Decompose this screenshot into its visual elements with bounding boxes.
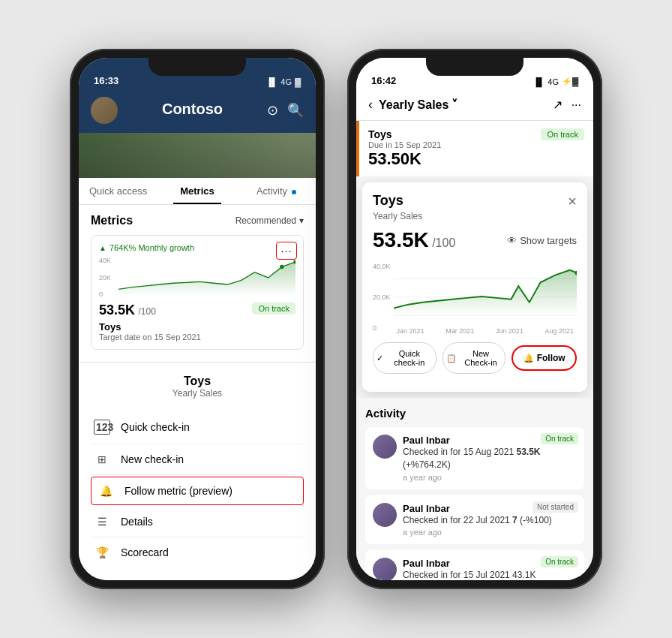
scorecard-info: Toys Due in 15 Sep 2021 bbox=[368, 128, 441, 149]
tab-quick-access[interactable]: Quick access bbox=[79, 178, 158, 204]
chart-svg-container: Jan 2021 Mar 2021 Jun 2021 Aug 2021 bbox=[394, 260, 577, 335]
status-icons-left: ▐▌ 4G ▓ bbox=[266, 77, 301, 86]
phone-left-screen: 16:33 ▐▌ 4G ▓ Contoso ⊙ 🔍 bbox=[79, 58, 316, 580]
scorecard-due: Due in 15 Sep 2021 bbox=[368, 140, 441, 149]
signal-bars-right: ▐▌ bbox=[533, 77, 545, 86]
metric-value: 53.5K bbox=[99, 302, 135, 317]
quick-checkin-action-icon: ✓ bbox=[376, 354, 383, 363]
follow-metric-icon: 🔔 bbox=[98, 485, 114, 497]
user-avatar-3 bbox=[373, 558, 397, 580]
dropdown-icon: ˅ bbox=[452, 98, 458, 112]
back-button[interactable]: ‹ bbox=[368, 97, 373, 113]
dialog-subtitle: Yearly Sales bbox=[373, 211, 422, 221]
eye-icon: 👁 bbox=[507, 235, 517, 246]
metric-card-toys: ▲ 764K% Monthly growth ··· 40K 20K 0 bbox=[91, 235, 304, 350]
scorecard-status: On track bbox=[541, 128, 584, 140]
notch-left bbox=[148, 58, 246, 76]
close-button[interactable]: × bbox=[568, 193, 577, 210]
metric-date: Target date on 15 Sep 2021 bbox=[99, 333, 296, 342]
activity-time-1: a year ago bbox=[403, 473, 577, 482]
sheet-subtitle: Yearly Sales bbox=[91, 388, 304, 399]
user-avatar-2 bbox=[373, 503, 397, 527]
dialog-metric-value: 53.5K bbox=[373, 228, 429, 251]
avatar-image bbox=[91, 97, 118, 124]
new-checkin-button[interactable]: 📋 New Check-in bbox=[442, 342, 506, 374]
chart-y-labels: 40K 20K 0 bbox=[99, 257, 111, 298]
expand-icon[interactable]: ↗ bbox=[553, 98, 562, 112]
follow-button[interactable]: 🔔 Follow bbox=[512, 345, 577, 371]
metric-name: Toys bbox=[99, 321, 296, 333]
follow-icon: 🔔 bbox=[524, 354, 534, 363]
time-right: 16:42 bbox=[371, 75, 396, 86]
time-left: 16:33 bbox=[94, 75, 118, 86]
phone-right: 16:42 ▐▌ 4G ⚡▓ ‹ Yearly Sales ˅ ↗ ··· bbox=[347, 49, 602, 589]
activity-item-2: Paul Inbar Checked in for 22 Jul 2021 7 … bbox=[365, 495, 584, 545]
sheet-item-details[interactable]: ☰ Details bbox=[91, 507, 304, 537]
tabs-left: Quick access Metrics Activity bbox=[79, 178, 316, 205]
chart-with-labels: 40.0K 20.0K 0 bbox=[373, 260, 577, 335]
sheet-item-follow-metric[interactable]: 🔔 Follow metric (preview) bbox=[91, 477, 304, 505]
dialog-title: Toys bbox=[373, 193, 404, 208]
chart-x-labels: Jan 2021 Mar 2021 Jun 2021 Aug 2021 bbox=[394, 327, 577, 335]
tab-metrics[interactable]: Metrics bbox=[158, 178, 236, 204]
app-title: Contoso bbox=[162, 101, 223, 118]
camera-icon[interactable]: ⊙ bbox=[267, 102, 278, 119]
activity-status-3: On track bbox=[541, 556, 578, 567]
sheet-item-quick-checkin[interactable]: 123 Quick check-in bbox=[91, 411, 304, 444]
tab-activity[interactable]: Activity bbox=[237, 178, 316, 204]
scorecard-value: 53.50K bbox=[368, 149, 584, 169]
search-icon[interactable]: 🔍 bbox=[287, 102, 304, 119]
metric-value-row: 53.5K /100 On track bbox=[99, 302, 296, 318]
dialog-title-area: Toys Yearly Sales bbox=[373, 193, 422, 222]
notch-right bbox=[426, 58, 524, 76]
battery-left: ▓ bbox=[295, 77, 301, 86]
scorecard-name: Toys bbox=[368, 128, 441, 140]
dialog-metric-unit: /100 bbox=[432, 236, 455, 249]
activity-text-2: Checked in for 22 Jul 2021 7 (-%100) bbox=[403, 514, 577, 527]
activity-status-2: Not started bbox=[532, 501, 578, 513]
metric-chart: 40K 20K 0 bbox=[99, 257, 296, 298]
recommended-filter[interactable]: Recommended ▾ bbox=[236, 215, 304, 226]
new-checkin-icon: ⊞ bbox=[94, 453, 110, 465]
activity-time-2: a year ago bbox=[403, 528, 577, 537]
user-avatar-1 bbox=[373, 435, 397, 459]
scorecard-card: Toys Due in 15 Sep 2021 On track 53.50K bbox=[356, 121, 593, 176]
bottom-sheet: Toys Yearly Sales 123 Quick check-in ⊞ N… bbox=[79, 362, 316, 579]
home-bar-area-left bbox=[79, 579, 316, 580]
show-targets-btn[interactable]: 👁 Show targets bbox=[507, 235, 577, 246]
activity-item-3: Paul Inbar Checked in for 15 Jul 2021 43… bbox=[365, 550, 584, 580]
cover-image bbox=[79, 133, 316, 178]
scorecard-header: Toys Due in 15 Sep 2021 On track bbox=[368, 128, 584, 149]
metric-unit: /100 bbox=[139, 306, 156, 317]
metrics-header: Metrics Recommended ▾ bbox=[91, 214, 304, 227]
network-right: 4G bbox=[548, 77, 559, 86]
metric-chart-svg bbox=[118, 257, 296, 298]
network-left: 4G bbox=[280, 77, 292, 86]
page-title[interactable]: Yearly Sales ˅ bbox=[379, 98, 458, 112]
quick-checkin-icon: 123 bbox=[94, 420, 110, 435]
app-header-left: Contoso ⊙ 🔍 bbox=[79, 91, 316, 133]
dialog-value-area: 53.5K /100 bbox=[373, 228, 455, 252]
quick-checkin-button[interactable]: ✓ Quick check-in bbox=[373, 342, 436, 374]
metric-detail-dialog: Toys Yearly Sales × 53.5K /100 👁 Show ta… bbox=[362, 182, 587, 392]
sheet-item-scorecard[interactable]: 🏆 Scorecard bbox=[91, 537, 304, 567]
dialog-header: Toys Yearly Sales × bbox=[373, 193, 577, 222]
detail-chart-svg bbox=[394, 260, 577, 327]
chevron-down-icon: ▾ bbox=[299, 215, 304, 226]
more-icon[interactable]: ··· bbox=[572, 98, 581, 112]
activity-item-1: Paul Inbar Checked in for 15 Aug 2021 53… bbox=[365, 427, 584, 489]
action-buttons: ✓ Quick check-in 📋 New Check-in 🔔 Follow bbox=[373, 342, 577, 374]
battery-right: ⚡▓ bbox=[562, 77, 578, 86]
avatar[interactable] bbox=[91, 97, 118, 124]
scorecard-icon: 🏆 bbox=[94, 546, 110, 558]
sheet-title: Toys bbox=[91, 375, 304, 388]
arrow-up-icon: ▲ bbox=[99, 244, 106, 252]
sheet-item-new-checkin[interactable]: ⊞ New check-in bbox=[91, 444, 304, 475]
details-icon: ☰ bbox=[94, 516, 110, 528]
activity-dot bbox=[292, 190, 296, 194]
activity-status-1: On track bbox=[541, 433, 578, 444]
activity-text-3: Checked in for 15 Jul 2021 43.1K bbox=[403, 569, 577, 580]
header-action-icons: ⊙ 🔍 bbox=[267, 102, 304, 119]
status-icons-right: ▐▌ 4G ⚡▓ bbox=[533, 77, 578, 86]
svg-point-0 bbox=[280, 265, 284, 269]
